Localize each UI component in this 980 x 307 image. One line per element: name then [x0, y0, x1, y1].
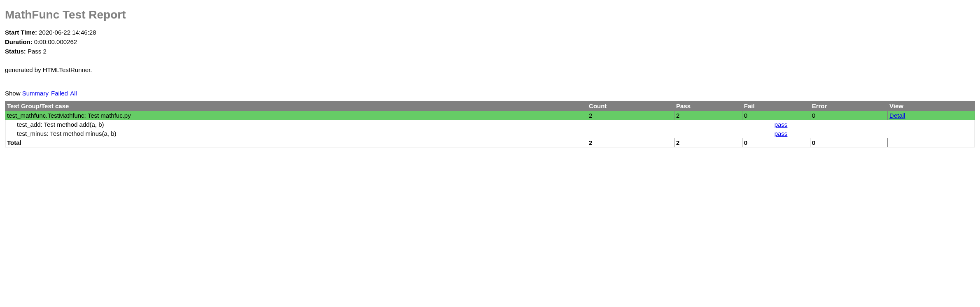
duration-value: 0:00:00.000262: [34, 38, 77, 45]
table-header-row: Test Group/Test case Count Pass Fail Err…: [5, 101, 975, 111]
table-row: test_minus: Test method minus(a, b) pass: [5, 129, 975, 138]
header-error: Error: [810, 101, 887, 111]
header-fail: Fail: [742, 101, 810, 111]
header-pass: Pass: [674, 101, 742, 111]
group-fail: 0: [742, 111, 810, 120]
start-time-value: 2020-06-22 14:46:28: [39, 29, 96, 36]
start-time-line: Start Time: 2020-06-22 14:46:28: [5, 29, 975, 36]
total-pass: 2: [674, 138, 742, 147]
status-label: Status:: [5, 48, 26, 55]
page-title: MathFunc Test Report: [5, 8, 975, 21]
case-result-cell: pass: [587, 129, 975, 138]
total-label: Total: [5, 138, 587, 147]
group-pass: 2: [674, 111, 742, 120]
status-line: Status: Pass 2: [5, 48, 975, 55]
start-time-label: Start Time:: [5, 29, 37, 36]
group-error: 0: [810, 111, 887, 120]
total-fail: 0: [742, 138, 810, 147]
case-result-link[interactable]: pass: [775, 130, 788, 137]
total-view: [888, 138, 975, 147]
case-name: test_minus: Test method minus(a, b): [5, 129, 587, 138]
total-count: 2: [587, 138, 674, 147]
case-name: test_add: Test method add(a, b): [5, 120, 587, 129]
results-table: Test Group/Test case Count Pass Fail Err…: [5, 101, 975, 147]
group-row: test_mathfunc.TestMathfunc: Test mathfuc…: [5, 111, 975, 120]
case-result-cell: pass: [587, 120, 975, 129]
group-view: Detail: [888, 111, 975, 120]
case-result-link[interactable]: pass: [775, 121, 788, 128]
total-error: 0: [810, 138, 887, 147]
header-count: Count: [587, 101, 674, 111]
show-label: Show: [5, 90, 21, 97]
show-failed-link[interactable]: Failed: [51, 90, 68, 97]
group-count: 2: [587, 111, 674, 120]
group-detail-link[interactable]: Detail: [889, 112, 905, 119]
show-filter-line: Show Summary Failed All: [5, 90, 975, 97]
table-row: test_add: Test method add(a, b) pass: [5, 120, 975, 129]
header-view: View: [888, 101, 975, 111]
header-group: Test Group/Test case: [5, 101, 587, 111]
generated-by: generated by HTMLTestRunner.: [5, 66, 975, 73]
show-all-link[interactable]: All: [70, 90, 77, 97]
status-value: Pass 2: [28, 48, 47, 55]
total-row: Total 2 2 0 0: [5, 138, 975, 147]
duration-line: Duration: 0:00:00.000262: [5, 38, 975, 45]
show-summary-link[interactable]: Summary: [22, 90, 49, 97]
duration-label: Duration:: [5, 38, 33, 45]
group-name: test_mathfunc.TestMathfunc: Test mathfuc…: [5, 111, 587, 120]
